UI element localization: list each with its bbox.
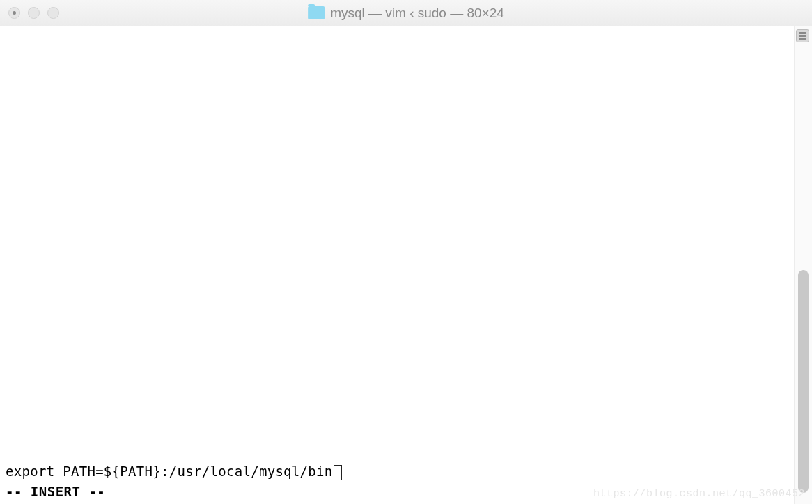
menu-icon[interactable]: [796, 29, 809, 42]
window-title: mysql — vim ‹ sudo — 80×24: [308, 6, 504, 21]
maximize-button[interactable]: [47, 7, 59, 19]
content-area: export PATH=${PATH}:/usr/local/mysql/bin…: [0, 26, 812, 504]
vim-mode-line: -- INSERT --: [6, 482, 788, 502]
title-text: mysql — vim ‹ sudo — 80×24: [330, 6, 504, 21]
terminal-content-line: export PATH=${PATH}:/usr/local/mysql/bin: [6, 462, 788, 482]
minimize-button[interactable]: [28, 7, 40, 19]
scrollbar[interactable]: [794, 26, 812, 504]
scroll-thumb[interactable]: [798, 270, 809, 493]
terminal-body[interactable]: export PATH=${PATH}:/usr/local/mysql/bin…: [0, 26, 794, 504]
traffic-lights: [8, 7, 59, 19]
close-button[interactable]: [8, 7, 20, 19]
folder-icon: [308, 6, 325, 19]
window-titlebar: mysql — vim ‹ sudo — 80×24: [0, 0, 812, 26]
export-path-line: export PATH=${PATH}:/usr/local/mysql/bin: [6, 464, 333, 479]
cursor: [334, 465, 342, 480]
